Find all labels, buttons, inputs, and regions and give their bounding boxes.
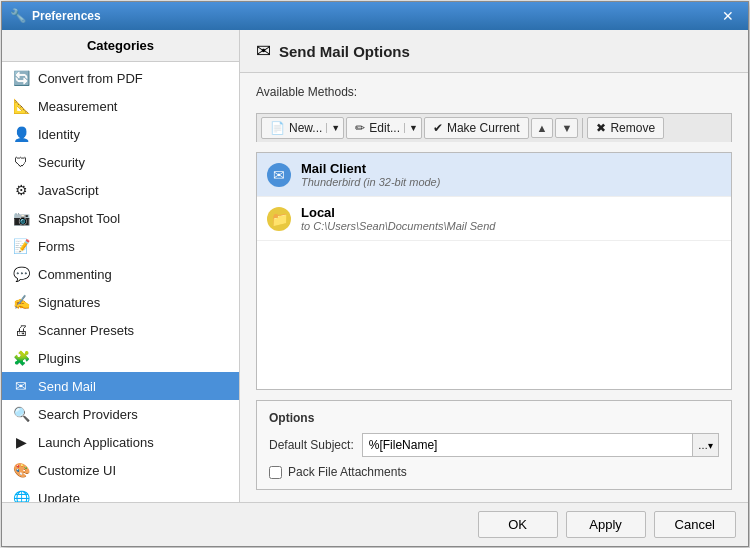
commenting-label: Commenting xyxy=(38,267,112,282)
edit-icon: ✏ xyxy=(355,121,365,135)
mail-client-name: Mail Client xyxy=(301,161,440,176)
preferences-dialog: 🔧 Preferences ✕ Categories 🔄 Convert fro… xyxy=(1,1,749,547)
customize-ui-label: Customize UI xyxy=(38,463,116,478)
identity-icon: 👤 xyxy=(12,125,30,143)
sidebar-item-security[interactable]: 🛡 Security xyxy=(2,148,239,176)
sidebar-item-identity[interactable]: 👤 Identity xyxy=(2,120,239,148)
security-icon: 🛡 xyxy=(12,153,30,171)
edit-label: Edit... xyxy=(369,121,400,135)
update-icon: 🌐 xyxy=(12,489,30,502)
options-title: Options xyxy=(269,411,719,425)
pack-attachments-checkbox[interactable] xyxy=(269,466,282,479)
content-area: Categories 🔄 Convert from PDF 📐 Measurem… xyxy=(2,30,748,502)
sidebar-item-javascript[interactable]: ⚙ JavaScript xyxy=(2,176,239,204)
pack-attachments-row: Pack File Attachments xyxy=(269,465,719,479)
local-name: Local xyxy=(301,205,495,220)
new-dropdown-arrow[interactable]: ▼ xyxy=(326,123,340,133)
close-button[interactable]: ✕ xyxy=(716,7,740,25)
pack-attachments-label[interactable]: Pack File Attachments xyxy=(288,465,407,479)
send-mail-icon: ✉ xyxy=(12,377,30,395)
customize-ui-icon: 🎨 xyxy=(12,461,30,479)
make-current-label: Make Current xyxy=(447,121,520,135)
new-icon: 📄 xyxy=(270,121,285,135)
title-bar-left: 🔧 Preferences xyxy=(10,8,101,24)
sidebar-list: 🔄 Convert from PDF 📐 Measurement 👤 Ident… xyxy=(2,62,239,502)
scanner-presets-label: Scanner Presets xyxy=(38,323,134,338)
move-up-button[interactable]: ▲ xyxy=(531,118,554,138)
sidebar-item-measurement[interactable]: 📐 Measurement xyxy=(2,92,239,120)
forms-icon: 📝 xyxy=(12,237,30,255)
method-item-local[interactable]: 📁 Local to C:\Users\Sean\Documents\Mail … xyxy=(257,197,731,241)
main-header: ✉ Send Mail Options xyxy=(240,30,748,73)
identity-label: Identity xyxy=(38,127,80,142)
new-label: New... xyxy=(289,121,322,135)
mail-client-info: Mail Client Thunderbird (in 32-bit mode) xyxy=(301,161,440,188)
sidebar: Categories 🔄 Convert from PDF 📐 Measurem… xyxy=(2,30,240,502)
sidebar-item-launch-applications[interactable]: ▶ Launch Applications xyxy=(2,428,239,456)
sidebar-item-commenting[interactable]: 💬 Commenting xyxy=(2,260,239,288)
move-down-button[interactable]: ▼ xyxy=(555,118,578,138)
update-label: Update xyxy=(38,491,80,503)
edit-button[interactable]: ✏ Edit... ▼ xyxy=(346,117,422,139)
cancel-button[interactable]: Cancel xyxy=(654,511,736,538)
sidebar-item-snapshot-tool[interactable]: 📷 Snapshot Tool xyxy=(2,204,239,232)
search-providers-label: Search Providers xyxy=(38,407,138,422)
bottom-bar: OK Apply Cancel xyxy=(2,502,748,546)
mail-client-desc: Thunderbird (in 32-bit mode) xyxy=(301,176,440,188)
forms-label: Forms xyxy=(38,239,75,254)
apply-button[interactable]: Apply xyxy=(566,511,646,538)
sidebar-item-convert-from-pdf[interactable]: 🔄 Convert from PDF xyxy=(2,64,239,92)
remove-label: Remove xyxy=(610,121,655,135)
signatures-icon: ✍ xyxy=(12,293,30,311)
local-info: Local to C:\Users\Sean\Documents\Mail Se… xyxy=(301,205,495,232)
launch-applications-icon: ▶ xyxy=(12,433,30,451)
plugins-label: Plugins xyxy=(38,351,81,366)
sidebar-item-search-providers[interactable]: 🔍 Search Providers xyxy=(2,400,239,428)
sidebar-item-scanner-presets[interactable]: 🖨 Scanner Presets xyxy=(2,316,239,344)
make-current-icon: ✔ xyxy=(433,121,443,135)
title-bar: 🔧 Preferences ✕ xyxy=(2,2,748,30)
remove-button[interactable]: ✖ Remove xyxy=(587,117,664,139)
security-label: Security xyxy=(38,155,85,170)
edit-dropdown-arrow[interactable]: ▼ xyxy=(404,123,418,133)
sidebar-header: Categories xyxy=(2,30,239,62)
sidebar-item-signatures[interactable]: ✍ Signatures xyxy=(2,288,239,316)
sidebar-item-forms[interactable]: 📝 Forms xyxy=(2,232,239,260)
subject-browse-button[interactable]: …▾ xyxy=(692,433,719,457)
signatures-label: Signatures xyxy=(38,295,100,310)
main-content: Available Methods: 📄 New... ▼ ✏ Edit... … xyxy=(240,73,748,502)
methods-list: ✉ Mail Client Thunderbird (in 32-bit mod… xyxy=(256,152,732,390)
sidebar-item-update[interactable]: 🌐 Update xyxy=(2,484,239,502)
launch-applications-label: Launch Applications xyxy=(38,435,154,450)
default-subject-label: Default Subject: xyxy=(269,438,354,452)
measurement-label: Measurement xyxy=(38,99,117,114)
main-header-icon: ✉ xyxy=(256,40,271,62)
ok-button[interactable]: OK xyxy=(478,511,558,538)
remove-icon: ✖ xyxy=(596,121,606,135)
javascript-icon: ⚙ xyxy=(12,181,30,199)
sidebar-item-customize-ui[interactable]: 🎨 Customize UI xyxy=(2,456,239,484)
make-current-button[interactable]: ✔ Make Current xyxy=(424,117,529,139)
default-subject-input-wrapper: …▾ xyxy=(362,433,719,457)
convert-from-pdf-label: Convert from PDF xyxy=(38,71,143,86)
local-icon: 📁 xyxy=(267,207,291,231)
convert-from-pdf-icon: 🔄 xyxy=(12,69,30,87)
default-subject-input[interactable] xyxy=(362,433,692,457)
methods-toolbar: 📄 New... ▼ ✏ Edit... ▼ ✔ Make Current ▲ xyxy=(256,113,732,142)
sidebar-item-send-mail[interactable]: ✉ Send Mail xyxy=(2,372,239,400)
method-item-mail-client[interactable]: ✉ Mail Client Thunderbird (in 32-bit mod… xyxy=(257,153,731,197)
main-header-title: Send Mail Options xyxy=(279,43,410,60)
local-desc: to C:\Users\Sean\Documents\Mail Send xyxy=(301,220,495,232)
snapshot-tool-icon: 📷 xyxy=(12,209,30,227)
available-methods-label: Available Methods: xyxy=(256,85,732,99)
default-subject-row: Default Subject: …▾ xyxy=(269,433,719,457)
sidebar-item-plugins[interactable]: 🧩 Plugins xyxy=(2,344,239,372)
snapshot-tool-label: Snapshot Tool xyxy=(38,211,120,226)
send-mail-label: Send Mail xyxy=(38,379,96,394)
new-button[interactable]: 📄 New... ▼ xyxy=(261,117,344,139)
plugins-icon: 🧩 xyxy=(12,349,30,367)
javascript-label: JavaScript xyxy=(38,183,99,198)
options-section: Options Default Subject: …▾ Pack File At… xyxy=(256,400,732,490)
scanner-presets-icon: 🖨 xyxy=(12,321,30,339)
app-icon: 🔧 xyxy=(10,8,26,24)
